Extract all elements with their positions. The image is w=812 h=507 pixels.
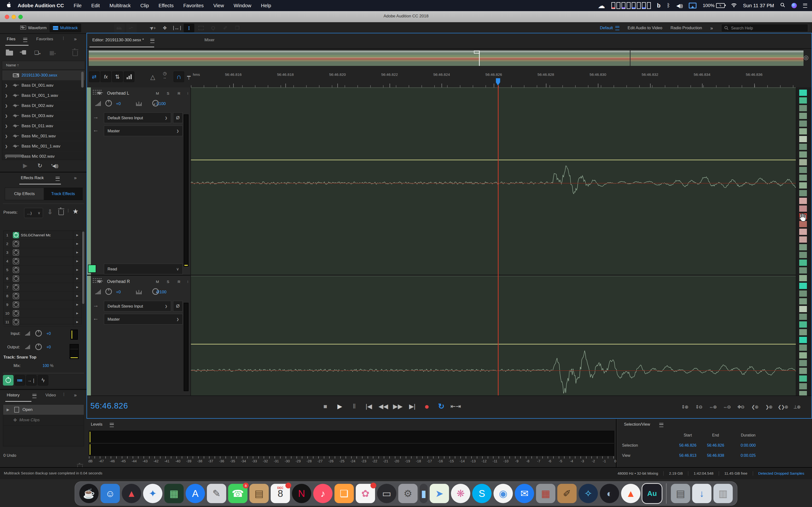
dock-icon-spark-app[interactable]: ✧ (578, 484, 598, 503)
slot-expand-icon[interactable]: ▶ (73, 309, 82, 318)
track-output-select[interactable]: Master❯ (104, 314, 183, 325)
file-row[interactable]: ❯Bass DI_002.wav (2, 101, 85, 111)
selection-view-menu-icon[interactable] (659, 423, 663, 427)
effects-rack-overflow[interactable]: » (74, 175, 77, 181)
track-waveform-1[interactable] (191, 88, 797, 275)
track-navigator-chip[interactable] (799, 314, 807, 320)
menu-item-window[interactable]: Window (234, 3, 251, 8)
effect-slot[interactable]: 7▶ (4, 283, 82, 292)
history-menu-icon[interactable] (33, 394, 37, 398)
overview-view-indicator[interactable] (474, 50, 480, 54)
track-navigator-chip[interactable] (799, 259, 807, 266)
file-list-hscrollbar[interactable] (5, 155, 22, 157)
track-navigator-chip[interactable] (799, 174, 807, 181)
zoom-in-at-in-point-button[interactable]: ❮⊕ (748, 402, 761, 412)
track-navigator-chip[interactable] (799, 89, 807, 96)
timeline-ruler[interactable]: hms 56:46.81656:46.81856:46.82056:46.822… (191, 68, 796, 88)
rack-power-toggle[interactable] (3, 375, 13, 386)
effect-slot[interactable]: 6▶ (4, 274, 82, 283)
dock-icon-app-store-app[interactable]: A (186, 484, 205, 503)
effects-rack-menu-icon[interactable] (56, 177, 60, 181)
track-navigator-chip[interactable] (799, 321, 807, 328)
slot-power-button[interactable] (11, 258, 21, 264)
dock-icon-settings-app[interactable]: ⚙ (398, 484, 418, 503)
menu-clock[interactable]: Sun 11 37 PM (743, 3, 774, 8)
favorite-star-icon[interactable]: ★ (72, 207, 79, 215)
input-gain-value[interactable]: +0 (46, 332, 51, 336)
track-navigator-chip[interactable] (799, 383, 807, 390)
expand-chevron-icon[interactable]: ❯ (2, 83, 10, 88)
mute-button[interactable]: M (156, 280, 159, 284)
timed-record-icon[interactable]: ◷↔ (163, 71, 167, 79)
file-row[interactable]: ❯Bass DI_001_1.wav (2, 91, 85, 101)
track-volume-value[interactable]: +0 (116, 290, 120, 294)
zoom-in-vertical-button[interactable]: ⇕⊕ (678, 402, 691, 412)
cloud-upload-icon[interactable]: ☁ ↑ (598, 1, 605, 10)
metronome-icon[interactable]: △ (150, 73, 155, 81)
auto-play-button[interactable]: ❜◀))) (51, 163, 58, 169)
track-navigator-chip[interactable] (799, 352, 807, 359)
selection-duration[interactable]: 0:00.000 (741, 443, 756, 448)
open-file-icon[interactable] (6, 51, 13, 56)
dock-icon-safari-app[interactable]: ✦ (143, 484, 162, 503)
battery-indicator[interactable]: 100% ϟ (703, 3, 725, 8)
skip-to-start-button[interactable]: |◀ (362, 400, 375, 412)
track-navigator-chip[interactable] (799, 159, 807, 166)
slot-power-button[interactable] (11, 249, 21, 256)
dock-icon-messages-app[interactable]: ✉ (515, 484, 534, 503)
file-row[interactable]: ❯Bass DI_001.wav (2, 80, 85, 91)
output-gain-knob[interactable] (35, 344, 42, 350)
track-navigator-chip[interactable] (799, 151, 807, 158)
track-navigator-chip[interactable] (799, 128, 807, 135)
files-name-header[interactable]: Name ↑ (2, 61, 85, 69)
view-start[interactable]: 56:46.813 (679, 453, 696, 458)
slot-expand-icon[interactable]: ▶ (73, 300, 82, 309)
file-row[interactable]: ❯Bass Mic_001.wav (2, 131, 85, 141)
volume-envelope-line[interactable] (191, 344, 797, 344)
slot-power-button[interactable] (11, 301, 21, 308)
siri-icon[interactable] (792, 3, 797, 8)
slot-power-button[interactable] (11, 241, 21, 247)
workspace-edit-audio-to-video[interactable]: Edit Audio to Video (627, 25, 662, 31)
record-button[interactable]: ● (420, 400, 433, 412)
fast-forward-button[interactable]: ▶▶ (392, 400, 404, 412)
dock-icon-installer-app[interactable]: ↓ (692, 484, 711, 503)
track-navigator-chip[interactable] (799, 144, 807, 150)
editor-menu-icon[interactable] (150, 39, 154, 43)
arm-record-button[interactable]: R (177, 91, 180, 96)
dock-icon-audition-app[interactable]: Au (642, 484, 662, 503)
slot-expand-icon[interactable]: ▶ (73, 266, 82, 274)
track-navigator-chip[interactable] (799, 244, 807, 250)
track-volume-knob[interactable] (105, 288, 112, 295)
tab-history[interactable]: History (7, 393, 19, 398)
tab-effects-rack[interactable]: Effects Rack (21, 175, 44, 180)
automation-mode-select[interactable]: Read∨ (104, 264, 183, 274)
zoom-out-horizontal-button[interactable]: ⇔⊖ (720, 402, 733, 412)
toggle-effects-button[interactable]: fx (101, 71, 111, 82)
input-monitor-button[interactable]: I (187, 91, 188, 96)
dock-icon-facetime-app[interactable]: ☎8 (228, 484, 248, 503)
track-navigator-chip[interactable] (799, 329, 807, 336)
expand-chevron-icon[interactable]: ❯ (2, 145, 10, 148)
track-pan-value[interactable]: L100 (157, 101, 166, 106)
workspace-menu-icon[interactable] (615, 26, 619, 30)
zoom-in-horizontal-button[interactable]: ⇔⊕ (706, 402, 719, 412)
slot-power-button[interactable] (11, 319, 21, 325)
dock-icon-window-thumbnail[interactable]: ▦ (536, 484, 555, 503)
track-navigator-chip[interactable] (799, 360, 807, 367)
new-content-icon[interactable]: ❏▾ (34, 50, 41, 56)
tab-track-effects[interactable]: Track Effects (44, 188, 83, 200)
dock-icon-netflix-app[interactable]: N (292, 484, 311, 503)
file-row[interactable]: ❯Bass Mic_001_1.wav (2, 141, 85, 151)
toggle-routing-button[interactable]: ⇄ (89, 71, 100, 82)
track-output-select[interactable]: Master❯ (104, 125, 183, 136)
track-navigator-chip[interactable] (799, 267, 807, 274)
track-navigator-chip[interactable] (799, 105, 807, 112)
slot-expand-icon[interactable]: ▶ (73, 239, 82, 248)
track-navigator-chip[interactable] (799, 228, 807, 235)
mute-button[interactable]: M (156, 91, 159, 96)
apple-menu-icon[interactable] (6, 2, 11, 9)
slot-expand-icon[interactable]: ▶ (73, 274, 82, 283)
track-volume-value[interactable]: +0 (116, 101, 120, 106)
waveform-view-button[interactable]: Waveform (17, 24, 50, 32)
